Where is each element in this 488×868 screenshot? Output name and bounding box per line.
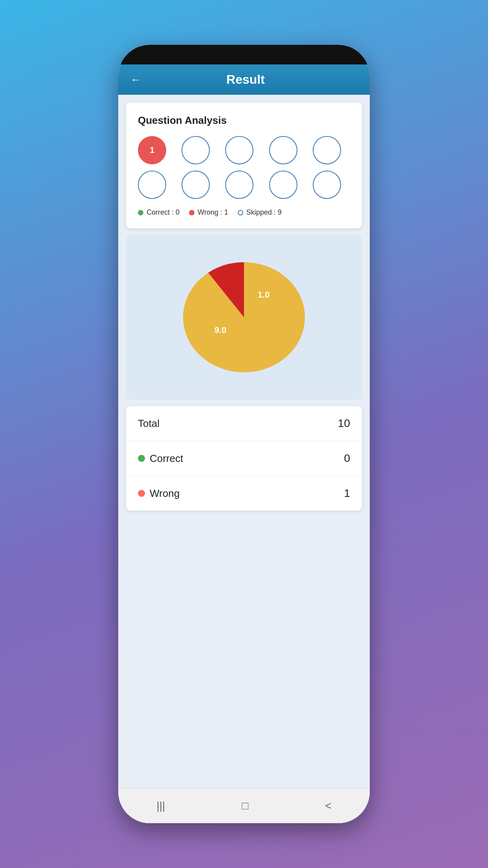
question-bubble-2[interactable]: [182, 136, 210, 164]
nav-bar: ||| □ <: [118, 788, 370, 823]
skipped-legend-label: Skipped : 9: [246, 208, 282, 217]
question-bubble-5[interactable]: [313, 136, 341, 164]
correct-stat-dot-icon: [138, 455, 145, 462]
correct-row: Correct 0: [126, 441, 362, 476]
menu-nav-button[interactable]: |||: [156, 800, 165, 812]
question-analysis-card: Question Analysis 1 Correct : 0: [126, 103, 362, 228]
question-bubble-6[interactable]: [138, 171, 166, 199]
question-bubble-9[interactable]: [269, 171, 297, 199]
skipped-dot-icon: [238, 210, 243, 215]
phone-frame: ← Result Question Analysis 1: [118, 45, 370, 823]
wrong-legend-label: Wrong : 1: [198, 208, 228, 217]
question-analysis-title: Question Analysis: [138, 114, 350, 127]
app-header: ← Result: [118, 64, 370, 95]
status-bar: [118, 45, 370, 64]
wrong-value-label: 1.0: [258, 290, 270, 300]
question-bubble-1[interactable]: 1: [138, 136, 166, 164]
wrong-stat-dot-icon: [138, 490, 145, 497]
question-bubble-10[interactable]: [313, 171, 341, 199]
question-bubble-3[interactable]: [225, 136, 253, 164]
question-bubble-7[interactable]: [182, 171, 210, 199]
correct-legend-label: Correct : 0: [147, 208, 180, 217]
pie-chart: 9.0 1.0: [173, 254, 315, 380]
back-button[interactable]: ←: [130, 74, 141, 86]
home-nav-button[interactable]: □: [242, 800, 248, 812]
page-title: Result: [149, 72, 342, 87]
legend-correct: Correct : 0: [138, 208, 180, 217]
total-value: 10: [338, 417, 350, 430]
correct-stat-value: 0: [344, 452, 350, 465]
wrong-row: Wrong 1: [126, 476, 362, 511]
skipped-value-label: 9.0: [215, 325, 227, 335]
total-label: Total: [138, 417, 160, 430]
total-row: Total 10: [126, 406, 362, 441]
wrong-label: Wrong: [138, 487, 180, 500]
question-grid: 1: [138, 136, 350, 199]
question-bubble-8[interactable]: [225, 171, 253, 199]
question-bubble-4[interactable]: [269, 136, 297, 164]
wrong-stat-value: 1: [344, 487, 350, 500]
legend-skipped: Skipped : 9: [238, 208, 282, 217]
stats-card: Total 10 Correct 0 Wrong 1: [126, 406, 362, 511]
wrong-dot-icon: [189, 210, 194, 215]
content-area: Question Analysis 1 Correct : 0: [118, 95, 370, 788]
correct-label: Correct: [138, 452, 183, 465]
legend: Correct : 0 Wrong : 1 Skipped : 9: [138, 208, 350, 217]
back-nav-button[interactable]: <: [325, 800, 331, 812]
legend-wrong: Wrong : 1: [189, 208, 228, 217]
chart-card: 9.0 1.0: [126, 235, 362, 400]
correct-dot-icon: [138, 210, 143, 215]
